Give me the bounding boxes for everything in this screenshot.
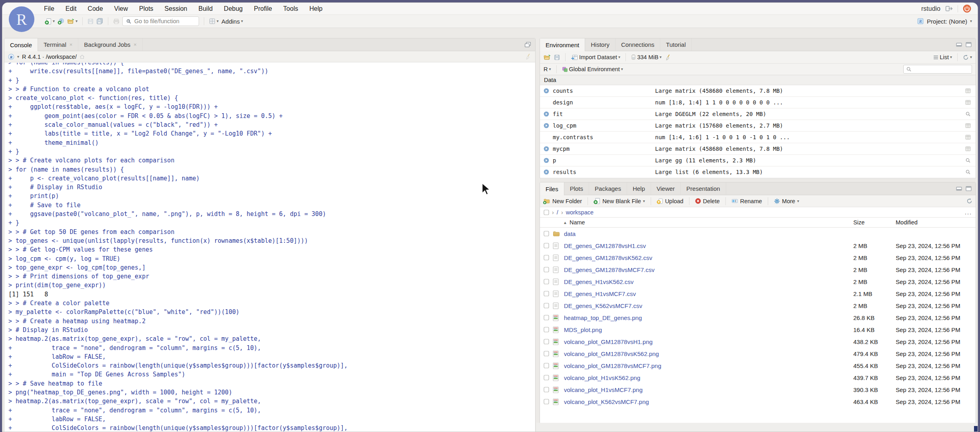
breadcrumb-overflow[interactable]: ... (965, 209, 972, 216)
environment-tab-history[interactable]: History (585, 38, 615, 51)
file-row[interactable]: volcano_plot_K562vsMCF7.png463.4 KBSep 2… (540, 396, 976, 408)
environment-object-row[interactable]: log_cpmLarge matrix (157680 elements, 2.… (540, 120, 976, 132)
expand-object-icon[interactable] (544, 123, 549, 128)
file-checkbox[interactable] (544, 375, 549, 380)
list-view-button[interactable]: List ▾ (933, 54, 952, 60)
menu-edit[interactable]: Edit (66, 5, 77, 12)
language-selector[interactable]: R ▾ (544, 66, 551, 72)
new-blank-file-button[interactable]: New Blank File▾ (594, 198, 645, 204)
file-checkbox[interactable] (544, 351, 549, 356)
view-table-icon[interactable] (965, 134, 971, 140)
file-checkbox[interactable] (544, 315, 549, 320)
file-name-link[interactable]: DE_genes_GM12878vsH1.csv (564, 242, 853, 249)
file-name-link[interactable]: volcano_plot_GM12878vsMCF7.png (564, 362, 853, 369)
files-tab-plots[interactable]: Plots (564, 182, 589, 195)
menu-tools[interactable]: Tools (283, 5, 298, 12)
select-all-checkbox[interactable] (544, 210, 549, 215)
file-name-link[interactable]: MDS_plot.png (564, 326, 853, 333)
file-row[interactable]: DE_genes_H1vsK562.csv2 MBSep 23, 2024, 1… (540, 276, 976, 288)
files-tab-presentation[interactable]: Presentation (681, 182, 726, 195)
minimize-pane-icon[interactable] (956, 42, 962, 47)
file-row[interactable]: volcano_plot_GM12878vsH1.png438.2 KBSep … (540, 336, 976, 348)
environment-object-row[interactable]: pLarge gg (11 elements, 2.3 MB) (540, 155, 976, 166)
menu-view[interactable]: View (114, 5, 128, 12)
view-table-icon[interactable] (965, 88, 971, 94)
expand-object-icon[interactable] (544, 146, 549, 152)
files-tab-viewer[interactable]: Viewer (651, 182, 681, 195)
sign-out-icon[interactable] (945, 6, 953, 12)
file-name-link[interactable]: data (564, 230, 853, 237)
addins-menu[interactable]: Addins▾ (221, 18, 243, 25)
refresh-files-icon[interactable] (966, 198, 972, 204)
new-project-button[interactable]: R (58, 18, 64, 25)
view-object-icon[interactable] (965, 111, 971, 117)
file-checkbox[interactable] (544, 399, 549, 404)
environment-object-row[interactable]: my.contrastsnum [1:4, 1:6] 1 -1 0 0 1 0 … (540, 132, 976, 143)
breadcrumb-root[interactable]: / (557, 209, 558, 216)
file-name-link[interactable]: volcano_plot_H1vsK562.png (564, 374, 853, 381)
file-name-link[interactable]: heatmap_top_DE_genes.png (564, 314, 853, 321)
new-folder-button[interactable]: New Folder (543, 198, 582, 204)
new-file-button[interactable]: ▾ (45, 18, 55, 25)
file-name-link[interactable]: volcano_plot_GM12878vsH1.png (564, 338, 853, 345)
file-checkbox[interactable] (544, 243, 549, 248)
file-row[interactable]: DE_genes_GM12878vsMCF7.csv2 MBSep 23, 20… (540, 264, 976, 276)
file-row[interactable]: MDS_plot.png16.4 KBSep 23, 2024, 12:56 P… (540, 324, 976, 336)
file-row[interactable]: data (540, 228, 976, 240)
upload-button[interactable]: Upload (657, 198, 683, 204)
open-file-button[interactable]: ▾ (67, 18, 78, 24)
file-checkbox[interactable] (544, 291, 549, 296)
goto-file-function-input[interactable]: Go to file/function (122, 16, 199, 26)
close-tab-icon[interactable]: × (133, 42, 137, 48)
column-header-name[interactable]: ▲ Name (553, 219, 853, 226)
expand-object-icon[interactable] (544, 88, 549, 94)
menu-debug[interactable]: Debug (224, 5, 243, 12)
power-button[interactable] (963, 4, 971, 13)
environment-object-row[interactable]: resultsLarge list (6 elements, 13.3 MB) (540, 166, 976, 178)
memory-usage-button[interactable]: 334 MiB ▾ (631, 54, 661, 60)
save-workspace-icon[interactable] (554, 54, 560, 60)
view-object-icon[interactable] (965, 169, 971, 175)
load-workspace-icon[interactable] (544, 54, 551, 60)
breadcrumb-folder[interactable]: workspace (566, 209, 594, 216)
home-icon[interactable] (80, 54, 85, 59)
view-table-icon[interactable] (965, 100, 971, 105)
file-name-link[interactable]: volcano_plot_K562vsMCF7.png (564, 398, 853, 405)
delete-button[interactable]: Delete (695, 198, 720, 204)
r-version-icon[interactable]: R (8, 54, 14, 60)
refresh-environment-button[interactable]: ▾ (963, 54, 972, 60)
console-tab-console[interactable]: Console (4, 38, 38, 51)
save-all-button[interactable] (96, 18, 103, 24)
file-checkbox[interactable] (544, 339, 549, 344)
environment-search-input[interactable] (903, 65, 972, 74)
file-row[interactable]: volcano_plot_H1vsK562.png439.7 KBSep 23,… (540, 372, 976, 384)
expand-object-icon[interactable] (544, 169, 549, 175)
maximize-pane-icon[interactable] (966, 42, 972, 47)
environment-object-row[interactable]: fitLarge DGEGLM (22 elements, 20 MB) (540, 108, 976, 120)
minimize-pane-icon[interactable] (956, 186, 962, 191)
clear-console-icon[interactable] (525, 53, 532, 60)
file-checkbox[interactable] (544, 279, 549, 284)
menu-session[interactable]: Session (165, 5, 187, 12)
file-checkbox[interactable] (544, 363, 549, 368)
files-tab-packages[interactable]: Packages (589, 182, 627, 195)
console-tab-terminal[interactable]: Terminal× (38, 38, 78, 51)
file-row[interactable]: heatmap_top_DE_genes.png26.8 KBSep 23, 2… (540, 312, 976, 324)
file-checkbox[interactable] (544, 267, 549, 272)
save-button[interactable] (88, 18, 94, 24)
environment-object-row[interactable]: countsLarge matrix (458680 elements, 7.8… (540, 85, 976, 97)
environment-tab-connections[interactable]: Connections (615, 38, 660, 51)
menu-file[interactable]: File (44, 5, 54, 12)
environment-object-row[interactable]: designnum [1:8, 1:4] 1 1 0 0 0 0 0 0 0 0… (540, 97, 976, 108)
file-name-link[interactable]: DE_genes_H1vsMCF7.csv (564, 290, 853, 297)
file-name-link[interactable]: DE_genes_GM12878vsMCF7.csv (564, 266, 853, 273)
close-tab-icon[interactable]: × (70, 42, 73, 48)
file-name-link[interactable]: DE_genes_K562vsMCF7.csv (564, 302, 853, 309)
environment-tab-environment[interactable]: Environment (540, 38, 585, 51)
files-tab-help[interactable]: Help (627, 182, 651, 195)
file-checkbox[interactable] (544, 303, 549, 308)
console-output[interactable]: > for (name in names(results)) { + write… (4, 63, 535, 432)
environment-object-row[interactable]: mycpmLarge matrix (458680 elements, 7.8 … (540, 143, 976, 155)
environment-tab-tutorial[interactable]: Tutorial (660, 38, 691, 51)
file-name-link[interactable]: DE_genes_GM12878vsK562.csv (564, 254, 853, 261)
